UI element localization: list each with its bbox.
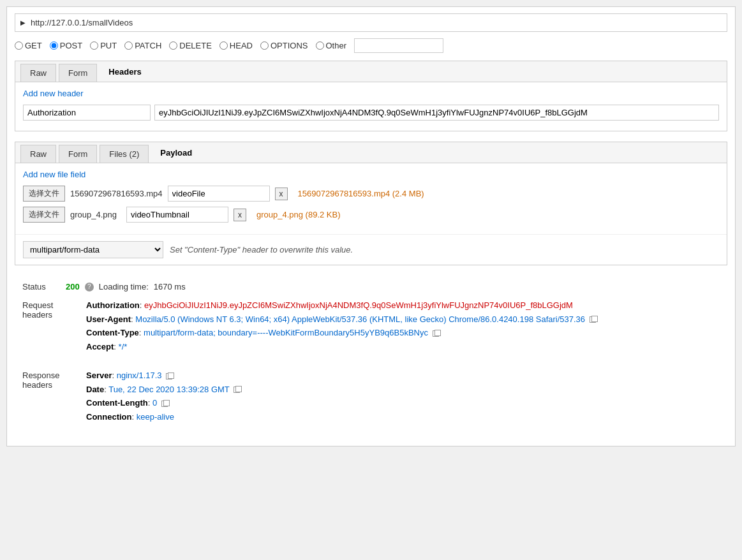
method-row: GET POST PUT PATCH DELETE HEAD OPTIONS O… [15, 38, 727, 53]
main-container: ▶ GET POST PUT PATCH DELETE HEAD OPTIONS… [6, 6, 736, 446]
loading-time-value: 1670 ms [154, 282, 186, 291]
response-section: Status 200 ? Loading time: 1670 ms Reque… [15, 276, 727, 439]
file-info-1: group_4.png (89.2 KB) [256, 210, 341, 219]
payload-content: Add new file field 选择文件 1569072967816593… [15, 163, 727, 234]
remove-file-btn-0[interactable]: x [275, 188, 288, 200]
method-patch[interactable]: PATCH [124, 41, 161, 50]
content-type-row: multipart/form-data application/json app… [15, 234, 727, 265]
payload-tab-bar: Raw Form Files (2) Payload [15, 142, 727, 163]
other-method-input[interactable] [354, 38, 443, 53]
field-name-input-1[interactable] [126, 207, 228, 223]
add-file-field-link[interactable]: Add new file field [23, 170, 85, 179]
response-headers-values: Server: nginx/1.17.3 Date: Tue, 22 Dec 2… [86, 369, 720, 424]
req-header-1: User-Agent: Mozilla/5.0 (Windows NT 6.3;… [86, 313, 720, 326]
copy-contentlength-icon[interactable] [161, 401, 168, 407]
status-code: 200 [66, 282, 80, 291]
method-post[interactable]: POST [50, 41, 82, 50]
copy-contenttype-icon[interactable] [433, 330, 439, 337]
resp-header-1: Date: Tue, 22 Dec 2020 13:39:28 GMT [86, 383, 720, 396]
method-head[interactable]: HEAD [219, 41, 253, 50]
choose-file-btn-1[interactable]: 选择文件 [23, 207, 65, 223]
payload-tab-form[interactable]: Form [59, 145, 97, 163]
loading-time-label: Loading time: [99, 282, 149, 291]
header-key-input-0[interactable] [23, 105, 151, 121]
resp-header-2: Content-Length: 0 [86, 397, 720, 409]
resp-header-3: Connection: keep-alive [86, 411, 720, 424]
content-type-hint: Set "Content-Type" header to overwrite t… [170, 245, 353, 254]
copy-date-icon[interactable] [234, 387, 240, 393]
file-info-0: 1569072967816593.mp4 (2.4 MB) [298, 189, 424, 198]
method-other[interactable]: Other [316, 41, 347, 50]
copy-server-icon[interactable] [166, 373, 172, 379]
choose-file-btn-0[interactable]: 选择文件 [23, 186, 65, 202]
url-arrow-icon: ▶ [20, 19, 26, 26]
request-headers-values: Authorization: eyJhbGciOiJIUzI1NiJ9.eyJp… [86, 299, 720, 354]
file-name-0: 1569072967816593.mp4 [70, 189, 163, 198]
url-input[interactable] [31, 18, 722, 27]
headers-tab-bar: Raw Form Headers [15, 61, 727, 82]
payload-tab-files[interactable]: Files (2) [100, 145, 149, 163]
resp-header-0: Server: nginx/1.17.3 [86, 369, 720, 382]
headers-tab-headers: Headers [100, 63, 150, 80]
help-icon[interactable]: ? [85, 283, 94, 291]
content-type-select[interactable]: multipart/form-data application/json app… [23, 241, 163, 258]
header-row-0 [23, 105, 719, 121]
divider [22, 363, 720, 369]
response-headers-row: Responseheaders Server: nginx/1.17.3 Dat… [22, 369, 720, 424]
header-value-input-0[interactable] [154, 105, 719, 121]
request-headers-row: Requestheaders Authorization: eyJhbGciOi… [22, 299, 720, 354]
payload-tab-payload: Payload [151, 144, 201, 161]
status-row: Status 200 ? Loading time: 1670 ms [22, 282, 720, 291]
request-headers-label: Requestheaders [22, 299, 86, 354]
file-row-1: 选择文件 group_4.png x group_4.png (89.2 KB) [23, 207, 719, 223]
method-options[interactable]: OPTIONS [260, 41, 308, 50]
req-header-0: Authorization: eyJhbGciOiJIUzI1NiJ9.eyJp… [86, 299, 720, 312]
headers-section: Raw Form Headers Add new header [15, 61, 727, 131]
payload-tab-raw[interactable]: Raw [20, 145, 56, 163]
method-put[interactable]: PUT [90, 41, 117, 50]
add-header-link[interactable]: Add new header [23, 89, 84, 98]
req-header-2: Content-Type: multipart/form-data; bound… [86, 327, 720, 339]
status-label: Status [22, 282, 61, 291]
file-name-1: group_4.png [70, 210, 121, 219]
field-name-input-0[interactable] [168, 186, 270, 202]
copy-useragent-icon[interactable] [590, 316, 596, 323]
headers-tab-raw[interactable]: Raw [20, 64, 56, 82]
method-get[interactable]: GET [15, 41, 42, 50]
headers-content: Add new header [15, 82, 727, 131]
method-delete[interactable]: DELETE [169, 41, 212, 50]
response-headers-label: Responseheaders [22, 369, 86, 424]
url-bar: ▶ [15, 13, 727, 32]
payload-section: Raw Form Files (2) Payload Add new file … [15, 142, 727, 265]
req-header-3: Accept: */* [86, 341, 720, 353]
remove-file-btn-1[interactable]: x [234, 209, 246, 221]
headers-tab-form[interactable]: Form [59, 64, 97, 82]
file-row-0: 选择文件 1569072967816593.mp4 x 156907296781… [23, 186, 719, 202]
